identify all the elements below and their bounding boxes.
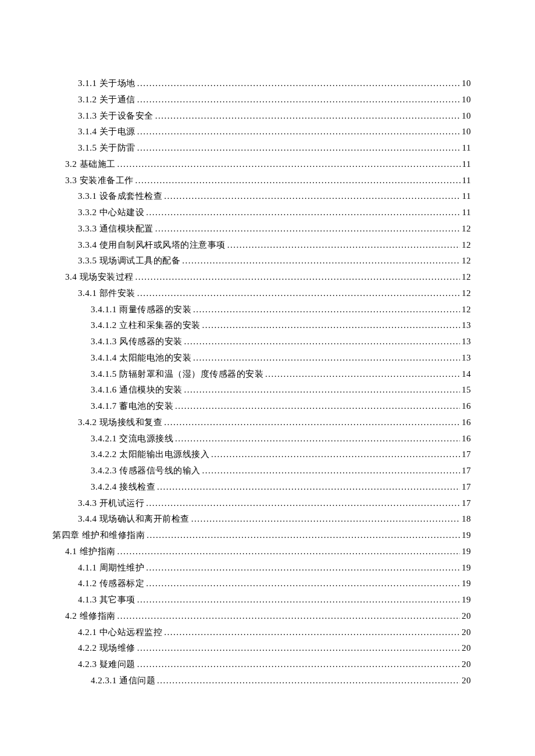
toc-entry[interactable]: 3.3.1 设备成套性检查11	[52, 188, 471, 205]
toc-label: 3.4.1.6 通信模块的安装	[91, 382, 183, 398]
toc-entry[interactable]: 3.4.1 部件安装12	[52, 286, 471, 302]
toc-label: 3.4.1.7 蓄电池的安装	[91, 398, 173, 415]
toc-entry[interactable]: 3.4.2.2 太阳能输出电源线接入17	[52, 447, 471, 463]
toc-page-number: 20	[462, 657, 471, 673]
toc-entry[interactable]: 3.4.1.5 防辐射罩和温（湿）度传感器的安装14	[52, 366, 471, 383]
toc-entry[interactable]: 4.2.3 疑难问题20	[52, 657, 471, 673]
toc-entry[interactable]: 4.1.1 周期性维护19	[52, 560, 471, 576]
toc-page-number: 12	[462, 302, 471, 318]
toc-leader-dots	[175, 398, 460, 415]
toc-entry[interactable]: 4.2.1 中心站远程监控20	[52, 625, 471, 641]
toc-label: 3.4 现场安装过程	[65, 269, 134, 286]
toc-page-number: 10	[462, 124, 471, 140]
toc-leader-dots	[202, 318, 461, 334]
toc-label: 3.4.1 部件安装	[78, 286, 135, 302]
toc-page-number: 19	[462, 527, 471, 544]
toc-entry[interactable]: 3.4.2 现场接线和复查16	[52, 415, 471, 431]
toc-entry[interactable]: 3.1.2 关于通信10	[52, 92, 471, 108]
toc-leader-dots	[155, 221, 460, 237]
toc-entry[interactable]: 3.4.3 开机试运行17	[52, 495, 471, 512]
toc-leader-dots	[137, 76, 460, 92]
toc-leader-dots	[182, 253, 460, 269]
toc-leader-dots	[157, 479, 460, 495]
toc-label: 3.1.5 关于防雷	[78, 140, 135, 156]
toc-entry[interactable]: 4.1.3 其它事项19	[52, 592, 471, 608]
toc-leader-dots	[117, 544, 461, 560]
toc-page-number: 12	[462, 221, 471, 237]
toc-leader-dots	[155, 108, 460, 124]
toc-label: 4.1 维护指南	[65, 544, 116, 560]
toc-page-number: 11	[462, 188, 471, 205]
toc-leader-dots	[137, 124, 460, 140]
toc-label: 4.2.1 中心站远程监控	[78, 625, 162, 641]
toc-leader-dots	[137, 657, 460, 673]
toc-entry[interactable]: 3.4.1.2 立柱和采集器的安装13	[52, 318, 471, 334]
toc-label: 4.1.3 其它事项	[78, 592, 135, 608]
toc-page-number: 11	[462, 205, 471, 221]
toc-label: 3.4.3 开机试运行	[78, 495, 144, 512]
toc-entry[interactable]: 4.1 维护指南19	[52, 544, 471, 560]
table-of-contents: 3.1.1 关于场地103.1.2 关于通信103.1.3 关于设备安全103.…	[52, 76, 471, 689]
toc-label: 3.4.2.2 太阳能输出电源线接入	[91, 447, 209, 463]
toc-entry[interactable]: 第四章 维护和维修指南19	[52, 527, 471, 544]
toc-entry[interactable]: 3.3.5 现场调试工具的配备12	[52, 253, 471, 269]
toc-leader-dots	[164, 625, 460, 641]
toc-entry[interactable]: 3.3.2 中心站建设11	[52, 205, 471, 221]
toc-entry[interactable]: 3.1.1 关于场地10	[52, 76, 471, 92]
toc-label: 3.4.1.5 防辐射罩和温（湿）度传感器的安装	[91, 366, 263, 383]
toc-label: 3.4.2.4 接线检查	[91, 479, 155, 495]
toc-entry[interactable]: 3.4.1.3 风传感器的安装13	[52, 334, 471, 350]
toc-entry[interactable]: 4.2 维修指南20	[52, 608, 471, 625]
toc-page-number: 15	[462, 382, 471, 398]
toc-page-number: 17	[462, 479, 471, 495]
toc-entry[interactable]: 3.3.4 使用自制风杆或风塔的注意事项12	[52, 237, 471, 254]
toc-entry[interactable]: 4.1.2 传感器标定19	[52, 576, 471, 592]
toc-leader-dots	[146, 576, 460, 592]
toc-page-number: 17	[462, 447, 471, 463]
toc-entry[interactable]: 3.4.1.6 通信模块的安装15	[52, 382, 471, 398]
toc-label: 3.3.5 现场调试工具的配备	[78, 253, 180, 269]
toc-label: 3.1.3 关于设备安全	[78, 108, 154, 124]
toc-entry[interactable]: 3.2 基础施工11	[52, 156, 471, 173]
toc-entry[interactable]: 3.3 安装准备工作11	[52, 173, 471, 189]
toc-entry[interactable]: 3.4 现场安装过程12	[52, 269, 471, 286]
toc-entry[interactable]: 3.4.4 现场确认和离开前检查18	[52, 511, 471, 527]
toc-label: 3.4.1.1 雨量传感器的安装	[91, 302, 191, 318]
toc-entry[interactable]: 4.2.2 现场维修20	[52, 640, 471, 657]
toc-entry[interactable]: 3.4.2.1 交流电源接线16	[52, 431, 471, 447]
toc-leader-dots	[146, 205, 460, 221]
toc-entry[interactable]: 3.1.5 关于防雷11	[52, 140, 471, 156]
toc-page-number: 20	[462, 640, 471, 657]
toc-leader-dots	[146, 560, 460, 576]
toc-page-number: 20	[462, 673, 471, 689]
toc-entry[interactable]: 4.2.3.1 通信问题20	[52, 673, 471, 689]
toc-leader-dots	[175, 431, 460, 447]
toc-entry[interactable]: 3.4.1.7 蓄电池的安装16	[52, 398, 471, 415]
toc-label: 3.1.2 关于通信	[78, 92, 135, 108]
toc-page-number: 13	[462, 334, 471, 350]
toc-label: 3.3.3 通信模块配置	[78, 221, 154, 237]
toc-label: 4.1.2 传感器标定	[78, 576, 144, 592]
toc-page-number: 11	[462, 140, 471, 156]
toc-entry[interactable]: 3.4.1.4 太阳能电池的安装13	[52, 350, 471, 366]
toc-label: 3.4.4 现场确认和离开前检查	[78, 511, 190, 527]
toc-leader-dots	[137, 640, 460, 657]
toc-entry[interactable]: 3.4.1.1 雨量传感器的安装12	[52, 302, 471, 318]
toc-page-number: 11	[462, 173, 471, 189]
toc-entry[interactable]: 3.4.2.3 传感器信号线的输入17	[52, 463, 471, 479]
toc-label: 4.1.1 周期性维护	[78, 560, 144, 576]
toc-page-number: 12	[462, 237, 471, 254]
toc-leader-dots	[117, 608, 461, 625]
toc-leader-dots	[157, 673, 460, 689]
toc-page-number: 12	[462, 286, 471, 302]
toc-page-number: 12	[462, 269, 471, 286]
toc-leader-dots	[184, 382, 461, 398]
toc-entry[interactable]: 3.3.3 通信模块配置12	[52, 221, 471, 237]
toc-leader-dots	[191, 511, 460, 527]
toc-entry[interactable]: 3.1.3 关于设备安全10	[52, 108, 471, 124]
toc-page-number: 19	[462, 592, 471, 608]
toc-label: 3.4.1.2 立柱和采集器的安装	[91, 318, 201, 334]
toc-entry[interactable]: 3.1.4 关于电源10	[52, 124, 471, 140]
toc-leader-dots	[164, 188, 460, 205]
toc-entry[interactable]: 3.4.2.4 接线检查17	[52, 479, 471, 495]
